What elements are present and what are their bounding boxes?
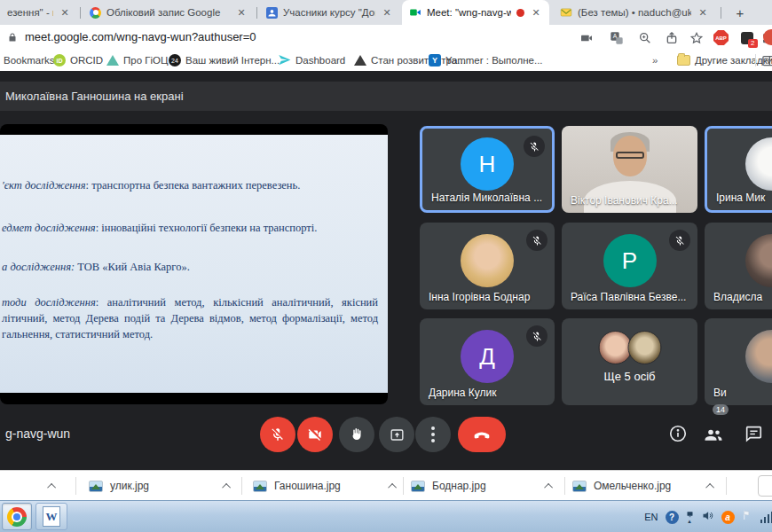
volume-tray-icon[interactable] [701, 509, 714, 526]
taskbar-word-button[interactable]: W [35, 503, 67, 530]
participant-name: Ірина Мик [716, 192, 765, 204]
stacked-avatars [598, 331, 661, 364]
shared-slide: 'єкт дослідження: транспортна безпека ва… [0, 135, 388, 393]
more-options-button[interactable] [415, 417, 451, 452]
network-signal-icon[interactable] [760, 512, 772, 523]
extension-with-badge-icon[interactable]: 2 [739, 30, 754, 45]
download-item[interactable]: Омельченко.jpg [572, 471, 714, 501]
tab-google-account[interactable]: Обліковий запис Google ✕ [83, 0, 255, 25]
tab-label: Обліковий запис Google [106, 7, 230, 18]
translate-icon[interactable]: A [609, 30, 624, 45]
download-item[interactable]: улик.jpg [89, 471, 231, 501]
bookmark-giots[interactable]: Про ГіОЦ [106, 50, 169, 71]
tab-course-participants[interactable]: Учасники курсу "Допуск до зах ✕ [259, 0, 400, 25]
tab-close-icon[interactable]: ✕ [530, 7, 542, 19]
presenting-banner: Миколаївна Ганношина на екрані [0, 82, 772, 111]
image-file-icon [89, 481, 103, 492]
google-g-icon [90, 7, 101, 19]
participant-tile-you[interactable]: Ви [705, 318, 772, 405]
bookmark-orcid[interactable]: iD ORCID [53, 50, 103, 71]
mic-muted-icon [669, 230, 690, 251]
avatar-photo [745, 137, 772, 191]
participant-tile-vladyslav[interactable]: Владисла [705, 223, 772, 309]
show-all-downloads-button[interactable] [758, 475, 772, 497]
participant-tile-inna[interactable]: Інна Ігорівна Боднар [420, 223, 555, 309]
other-bookmarks-button[interactable]: Другие закладки [677, 50, 772, 71]
raise-hand-button[interactable] [339, 417, 374, 452]
language-indicator[interactable]: EN [644, 512, 658, 522]
mic-muted-icon [526, 230, 547, 251]
triangle-dark-icon [354, 55, 366, 66]
slide-methods-line-3: гальнення, статистичний метод. [2, 326, 378, 342]
participant-tile-raisa[interactable]: Р Раїса Павлівна Безве... [562, 223, 697, 309]
tab-ukrnet-mail[interactable]: (Без темы) • naduch@ukr.net ✕ [553, 0, 716, 25]
chevron-up-icon[interactable] [47, 482, 56, 491]
bookmark-yammer[interactable]: Y Yammer : Выполне... [429, 50, 543, 71]
orcid-icon: iD [53, 54, 66, 66]
camera-toggle-button[interactable] [297, 417, 333, 452]
avast-tray-icon[interactable]: a [721, 511, 735, 524]
word-icon: W [43, 506, 60, 527]
new-tab-button[interactable]: + [729, 3, 751, 22]
mic-toggle-button[interactable] [260, 417, 295, 452]
help-tray-icon[interactable]: ? [666, 511, 679, 524]
mic-muted-icon [524, 136, 545, 157]
chat-panel-button[interactable] [744, 424, 763, 443]
tab-strip: езення" - навча ✕ Обліковий запис Google… [0, 0, 772, 25]
avatar-photo [745, 234, 772, 287]
tab-meet-active[interactable]: Meet: "wng-navg-wun" ✕ [402, 0, 549, 25]
chevron-up-icon[interactable] [388, 482, 397, 491]
share-icon[interactable] [664, 30, 679, 45]
tab-close-icon[interactable]: ✕ [59, 7, 71, 19]
meeting-details-button[interactable] [668, 424, 688, 443]
tab-close-icon[interactable]: ✕ [697, 7, 709, 19]
participant-tile-iryna[interactable]: Ірина Мик [705, 126, 772, 213]
chevron-up-icon[interactable] [544, 482, 553, 491]
bookmark-dashboard[interactable]: Dashboard [278, 50, 345, 71]
mail-icon [560, 6, 572, 19]
avatar-photo [745, 330, 772, 383]
bookmark-star-icon[interactable] [689, 30, 704, 45]
avatar-initial: Р [603, 234, 657, 287]
bookmarks-overflow-button[interactable]: » [652, 50, 658, 71]
hidden-icons-expander[interactable]: ▴ [686, 511, 694, 524]
bookmark-bookmarks[interactable]: Bookmarks [4, 50, 55, 71]
slide-subject-line: едмет дослідження: інноваційні технологі… [2, 220, 378, 236]
tab-label: Meet: "wng-navg-wun" [427, 7, 511, 18]
participant-name: Дарина Кулик [429, 387, 497, 399]
download-item[interactable]: Боднар.jpg [411, 471, 553, 501]
tab-close-icon[interactable]: ✕ [235, 7, 248, 19]
chevron-up-icon[interactable] [705, 482, 714, 491]
taskbar-chrome-button[interactable] [2, 503, 32, 530]
tab-close-icon[interactable]: ✕ [381, 7, 393, 19]
yammer-icon: Y [429, 54, 441, 66]
chrome-icon [7, 507, 27, 527]
tile-more-participants[interactable]: Ще 5 осіб [562, 318, 697, 405]
present-screen-button[interactable] [379, 417, 414, 452]
download-filename: улик.jpg [110, 480, 217, 492]
paper-plane-icon [278, 53, 291, 68]
camera-in-use-icon[interactable] [579, 30, 594, 45]
chevron-up-icon[interactable] [222, 482, 231, 491]
participant-tile-daryna[interactable]: Д Дарина Кулик [420, 318, 555, 405]
mic-muted-icon [526, 325, 547, 347]
participants-panel-button[interactable] [703, 424, 724, 445]
image-file-icon [253, 481, 267, 492]
zoom-icon[interactable] [637, 30, 652, 45]
leave-call-button[interactable] [458, 417, 506, 452]
adblock-plus-icon[interactable]: ABP [713, 30, 729, 45]
presentation-tile[interactable]: 'єкт дослідження: транспортна безпека ва… [0, 124, 388, 404]
side-panel-icon[interactable] [761, 50, 772, 71]
avatar-photo [461, 234, 514, 287]
participant-tile-viktor[interactable]: Віктор Іванович Кра... [562, 126, 697, 213]
download-item[interactable]: Ганошина.jpg [253, 471, 397, 501]
slide-base-line: а дослідження: ТОВ «Кий Авіа Карго». [2, 259, 378, 275]
tab-course-page[interactable]: езення" - навча ✕ [0, 0, 78, 25]
download-item-partial[interactable] [50, 471, 56, 501]
url-text[interactable]: meet.google.com/wng-navg-wun?authuser=0 [25, 30, 256, 43]
participant-tile-nataliya[interactable]: Н Наталія Миколаївна ... [420, 126, 555, 213]
bookmarks-bar: Bookmarks iD ORCID Про ГіОЦ 24 Ваш живий… [0, 50, 772, 71]
action-center-flag-icon[interactable] [742, 509, 753, 525]
bookmark-internet[interactable]: 24 Ваш живий Інтерн... [169, 50, 280, 71]
lock-icon[interactable] [7, 31, 18, 47]
